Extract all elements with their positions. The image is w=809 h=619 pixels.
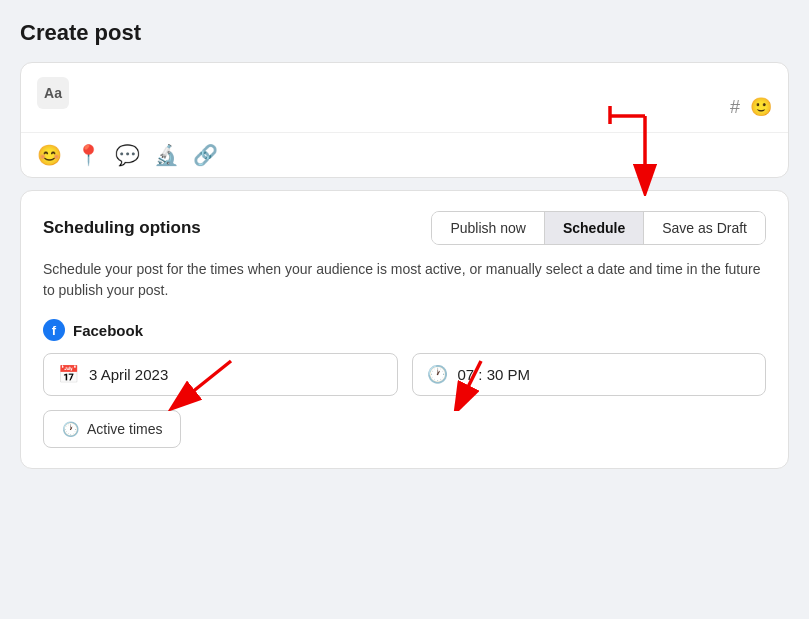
active-times-clock-icon: 🕐: [62, 421, 79, 437]
editor-toolbar: 😊 📍 💬 🔬 🔗: [21, 133, 788, 177]
platform-name: Facebook: [73, 322, 143, 339]
tab-save-draft[interactable]: Save as Draft: [644, 212, 765, 244]
active-times-label: Active times: [87, 421, 162, 437]
date-field[interactable]: 📅 3 April 2023: [43, 353, 398, 396]
page-container: Create post Aa # 🙂 😊 📍 💬 🔬 🔗 Scheduling …: [20, 20, 789, 469]
post-editor-card: Aa # 🙂 😊 📍 💬 🔬 🔗: [20, 62, 789, 178]
scheduling-description: Schedule your post for the times when yo…: [43, 259, 766, 301]
scheduling-header: Scheduling options Publish now Schedule …: [43, 211, 766, 245]
lab-icon[interactable]: 🔬: [154, 143, 179, 167]
scheduling-card-wrapper: Scheduling options Publish now Schedule …: [20, 190, 789, 469]
page-title: Create post: [20, 20, 789, 46]
platform-row: f Facebook: [43, 319, 766, 341]
scheduling-title: Scheduling options: [43, 218, 201, 238]
tab-schedule[interactable]: Schedule: [545, 212, 644, 244]
facebook-letter: f: [52, 323, 56, 338]
format-button[interactable]: Aa: [37, 77, 69, 109]
link-icon[interactable]: 🔗: [193, 143, 218, 167]
scheduling-tabs: Publish now Schedule Save as Draft: [431, 211, 766, 245]
hashtag-icon[interactable]: #: [730, 97, 740, 118]
emoji-icon[interactable]: 😊: [37, 143, 62, 167]
editor-text-area[interactable]: Aa # 🙂: [21, 63, 788, 133]
calendar-icon: 📅: [58, 364, 79, 385]
scheduling-card: Scheduling options Publish now Schedule …: [20, 190, 789, 469]
active-times-button[interactable]: 🕐 Active times: [43, 410, 181, 448]
time-value: 07 : 30 PM: [458, 366, 531, 383]
date-time-row: 📅 3 April 2023 🕐 07 : 30 PM: [43, 353, 766, 396]
time-field[interactable]: 🕐 07 : 30 PM: [412, 353, 767, 396]
messenger-icon[interactable]: 💬: [115, 143, 140, 167]
facebook-icon: f: [43, 319, 65, 341]
date-value: 3 April 2023: [89, 366, 168, 383]
clock-icon: 🕐: [427, 364, 448, 385]
tab-publish-now[interactable]: Publish now: [432, 212, 545, 244]
location-icon[interactable]: 📍: [76, 143, 101, 167]
emoji-picker-icon[interactable]: 🙂: [750, 96, 772, 118]
